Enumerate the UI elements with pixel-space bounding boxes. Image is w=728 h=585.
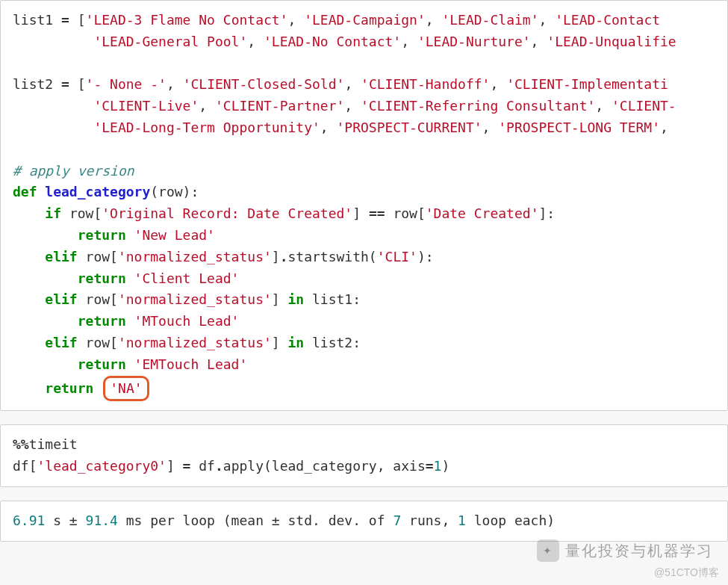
watermark: ✦ 量化投资与机器学习 (537, 539, 713, 563)
watermark-subtext: @51CTO博客 (654, 564, 719, 581)
keyword-return: return (78, 313, 126, 329)
keyword-in: in (288, 291, 305, 307)
watermark-icon: ✦ (537, 539, 559, 562)
string-literal: 'LEAD-Long-Term Opportunity' (93, 120, 320, 135)
code-text (37, 184, 46, 199)
blank-line (13, 141, 21, 157)
keyword-elif: elif (45, 249, 77, 264)
code-cell-1[interactable]: list1 = ['LEAD-3 Flame No Contact', 'LEA… (0, 0, 728, 411)
code-text: [ (69, 76, 86, 92)
string-literal: 'lead_category0' (37, 458, 167, 474)
code-text (126, 356, 134, 372)
output-text: runs, (401, 513, 458, 528)
timing-value: 6.91 (13, 513, 45, 528)
indent (13, 227, 78, 243)
code-text (126, 227, 134, 243)
string-literal: '- None -' (86, 76, 167, 92)
keyword-def: def (13, 184, 37, 199)
indent (13, 249, 45, 264)
code-text: df (190, 458, 215, 474)
string-literal: 'LEAD-Claim' (441, 12, 538, 28)
code-text: ] (272, 291, 288, 307)
keyword-if: if (45, 205, 61, 221)
output-text: loop each) (466, 513, 555, 528)
code-text: list2 (13, 76, 61, 92)
code-text: , (199, 98, 215, 114)
comment: # apply version (13, 163, 134, 179)
code-text: , (344, 98, 361, 114)
code-text: ] (272, 249, 280, 264)
output-text: s ± (45, 513, 85, 528)
indent (13, 205, 45, 221)
magic-name: timeit (29, 436, 78, 452)
string-literal: 'Client Lead' (134, 270, 240, 286)
string-literal: 'CLIENT-Live' (93, 98, 199, 114)
code-text: , (401, 34, 417, 49)
code-text: , (167, 76, 183, 92)
indent (13, 270, 78, 286)
code-text (126, 270, 134, 286)
code-text: , (288, 12, 305, 28)
code-text: , (482, 120, 499, 135)
code-text: (row): (150, 184, 199, 199)
string-literal: 'CLIENT-Referring Consultant' (361, 98, 595, 114)
code-text: ] (167, 458, 183, 474)
output-text: ms per loop (mean ± std. dev. of (118, 513, 393, 528)
code-text: row[ (385, 205, 426, 221)
output-cell: 6.91 s ± 91.4 ms per loop (mean ± std. d… (0, 501, 728, 542)
keyword-return: return (78, 227, 126, 243)
timing-value: 7 (393, 513, 401, 528)
keyword-elif: elif (45, 335, 77, 350)
string-literal: 'CLI' (377, 249, 417, 264)
string-literal: 'New Lead' (134, 227, 215, 243)
code-text: [ (69, 12, 86, 28)
timing-value: 91.4 (86, 513, 118, 528)
keyword-elif: elif (45, 291, 77, 307)
string-literal: 'CLIENT-Closed-Sold' (183, 76, 345, 92)
operator: = (183, 458, 191, 474)
code-text: , (538, 12, 555, 28)
code-text: , (531, 34, 547, 49)
string-literal: 'EMTouch Lead' (134, 356, 248, 372)
code-text: list1: (304, 291, 361, 307)
code-text: , (426, 12, 442, 28)
operator: . (280, 249, 288, 264)
string-literal: 'normalized_status' (118, 291, 272, 307)
code-text: , (247, 34, 264, 49)
string-literal: 'LEAD-Contact (555, 12, 668, 28)
code-text: list1 (13, 12, 61, 28)
code-cell-2[interactable]: %%timeit df['lead_category0'] = df.apply… (0, 424, 728, 487)
operator: = (61, 76, 69, 92)
string-literal: 'Date Created' (426, 205, 539, 221)
number-literal: 1 (434, 458, 442, 474)
keyword-return: return (78, 356, 126, 372)
indent (13, 313, 78, 329)
code-text: ] (352, 205, 369, 221)
code-block-2: %%timeit df['lead_category0'] = df.apply… (13, 434, 715, 477)
indent (13, 291, 45, 307)
timing-value: 1 (458, 513, 466, 528)
operator: = (426, 458, 434, 474)
code-text: row[ (61, 205, 102, 221)
code-text: apply(lead_category, axis (223, 458, 426, 474)
magic-percent: %% (13, 436, 29, 452)
string-literal: 'normalized_status' (118, 335, 272, 350)
string-literal: 'MTouch Lead' (134, 313, 240, 329)
string-literal: 'LEAD-Unqualifie (547, 34, 676, 49)
string-literal: 'NA' (110, 380, 142, 396)
operator: = (61, 12, 69, 28)
code-text: ] (272, 335, 288, 350)
code-text: row[ (78, 335, 118, 350)
string-literal: 'PROSPECT-CURRENT' (337, 120, 482, 135)
keyword-in: in (288, 335, 305, 350)
code-text: , (344, 76, 361, 92)
code-text (13, 98, 93, 114)
page-root: list1 = ['LEAD-3 Flame No Contact', 'LEA… (0, 0, 728, 585)
code-text: , (595, 98, 612, 114)
string-literal: 'CLIENT-Handoff' (361, 76, 490, 92)
timing-output: 6.91 s ± 91.4 ms per loop (mean ± std. d… (13, 510, 715, 532)
string-literal: 'LEAD-Nurture' (417, 34, 531, 49)
watermark-text: 量化投资与机器学习 (565, 539, 713, 563)
code-text: ) (441, 458, 449, 474)
code-text (93, 380, 102, 396)
